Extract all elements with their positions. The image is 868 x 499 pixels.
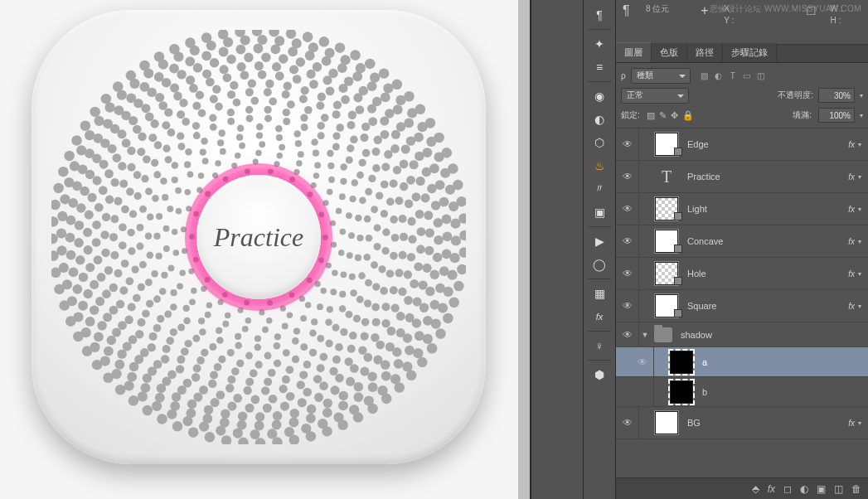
swatches-icon[interactable]: ▣ [588,201,611,223]
svg-point-312 [371,148,380,156]
brush-presets-icon[interactable]: ≡ [588,56,611,78]
fill-input[interactable] [818,108,855,123]
layer-b[interactable]: 👁 b [616,377,868,407]
fx-expand-icon[interactable]: ▾ [858,303,861,310]
visibility-toggle[interactable]: 👁 [616,128,639,160]
add-fx-icon[interactable]: fx [768,483,775,495]
svg-point-256 [151,159,158,167]
bulb-icon[interactable]: ♀ [588,335,611,356]
svg-point-258 [177,133,184,140]
fx-badge[interactable]: fx [848,140,855,149]
layer-practice[interactable]: 👁 T Practice fx ▾ [616,161,868,193]
visibility-toggle[interactable]: 👁 [616,290,639,322]
fx-expand-icon[interactable]: ▾ [858,270,861,278]
svg-point-52 [259,309,264,315]
fx-badge[interactable]: fx [848,419,855,428]
svg-point-354 [245,88,254,96]
group-expand-icon[interactable]: ▼ [639,331,651,339]
opacity-chevron-icon[interactable]: ▾ [860,92,863,99]
fx-expand-icon[interactable]: ▾ [858,419,861,427]
swirl-icon[interactable]: ◐ [588,109,611,130]
paragraph-tool-icon[interactable]: ¶ [588,4,611,26]
fill-chevron-icon[interactable]: ▾ [860,112,863,119]
blend-mode-dropdown[interactable]: 正常 [621,88,689,104]
styles-icon[interactable]: 〃 [588,178,611,200]
visibility-toggle[interactable]: 👁 [616,161,639,192]
svg-point-392 [100,230,109,239]
svg-point-805 [417,357,428,368]
add-mask-icon[interactable]: ◻ [783,483,792,495]
histogram-icon[interactable]: ▦ [588,283,611,304]
svg-point-550 [172,392,181,401]
layer-kind-dropdown[interactable]: 種類 [631,68,691,84]
svg-point-415 [415,210,424,219]
tab-layers[interactable]: 圖層 [616,42,652,62]
filter-adjust-icon[interactable]: ◐ [713,71,725,80]
svg-point-91 [314,162,321,169]
layer-thumbnail[interactable] [654,410,679,435]
lock-transparency-icon[interactable]: ▨ [647,110,655,121]
lock-all-icon[interactable]: 🔒 [682,110,694,121]
layer-light[interactable]: 👁 Light fx ▾ [616,193,868,225]
visibility-toggle[interactable]: 👁 [616,407,639,438]
svg-point-458 [223,73,232,82]
add-group-icon[interactable]: ▣ [817,483,826,495]
filter-type-icon[interactable]: T [727,71,739,80]
svg-point-183 [283,118,290,125]
layer-edge[interactable]: 👁 Edge fx ▾ [616,128,868,161]
layer-thumbnail[interactable] [669,350,694,375]
lock-position-icon[interactable]: ✥ [671,110,678,121]
fx-expand-icon[interactable]: ▾ [858,173,861,181]
svg-point-471 [425,228,434,237]
layer-square[interactable]: 👁 Square fx ▾ [616,290,868,322]
document-canvas[interactable]: Practice [0,0,518,499]
layer-hole[interactable]: 👁 Hole fx ▾ [616,258,868,290]
visibility-toggle[interactable]: 👁 [616,322,639,346]
layers-list[interactable]: 👁 Edge fx ▾ 👁 T Practice fx ▾ 👁 Light fx… [616,128,868,477]
lock-pixels-icon[interactable]: ✎ [659,110,667,121]
add-adjustment-icon[interactable]: ◐ [800,483,808,495]
layer-concave[interactable]: 👁 Concave fx ▾ [616,225,868,258]
filter-smart-icon[interactable]: ◫ [755,71,767,80]
text-layer-thumbnail[interactable]: T [654,164,679,189]
fx-expand-icon[interactable]: ▾ [858,141,861,148]
svg-point-31 [267,300,273,306]
visibility-toggle[interactable]: 👁 [631,377,654,406]
filter-shape-icon[interactable]: ▭ [741,71,753,80]
tab-paths[interactable]: 路徑 [687,43,723,62]
tab-history[interactable]: 步驟記錄 [723,43,777,62]
folder-icon[interactable] [654,327,672,342]
3d-icon[interactable]: ⬢ [588,364,611,385]
new-layer-icon[interactable]: ◫ [834,483,843,495]
clone-source-icon[interactable]: ◉ [588,85,611,107]
visibility-toggle[interactable]: 👁 [616,193,639,225]
fx-badge[interactable]: fx [848,172,855,182]
fx-badge[interactable]: fx [848,205,855,214]
link-layers-icon[interactable]: ⬘ [752,483,759,495]
svg-point-306 [282,90,290,99]
layer-bg[interactable]: 👁 BG fx ▾ [616,407,868,439]
visibility-toggle[interactable]: 👁 [631,347,654,376]
brush-settings-icon[interactable]: ✦ [588,33,611,55]
fx-expand-icon[interactable]: ▾ [858,206,861,213]
fx-badge[interactable]: fx [848,269,855,279]
opacity-input[interactable] [818,88,855,103]
svg-point-182 [264,114,272,122]
layer-group-shadow[interactable]: 👁 ▼ shadow [616,322,868,347]
delete-layer-icon[interactable]: 🗑 [851,483,861,495]
layer-thumbnail[interactable] [669,380,694,405]
fx-icon[interactable]: fx [588,306,611,327]
color-picker-tool-icon[interactable]: ⬡ [588,132,611,153]
layer-a[interactable]: 👁 a [616,347,868,377]
fx-expand-icon[interactable]: ▾ [858,238,861,245]
flame-icon[interactable]: ♨ [588,155,611,177]
filter-pixel-icon[interactable]: ▨ [699,71,710,80]
play-icon[interactable]: ▶ [588,230,611,252]
svg-point-332 [210,371,218,379]
visibility-toggle[interactable]: 👁 [616,258,639,289]
visibility-toggle[interactable]: 👁 [616,225,639,257]
tab-channels[interactable]: 色版 [652,43,687,62]
actions-icon[interactable]: ◯ [588,254,611,275]
fx-badge[interactable]: fx [848,302,855,311]
fx-badge[interactable]: fx [848,237,855,246]
